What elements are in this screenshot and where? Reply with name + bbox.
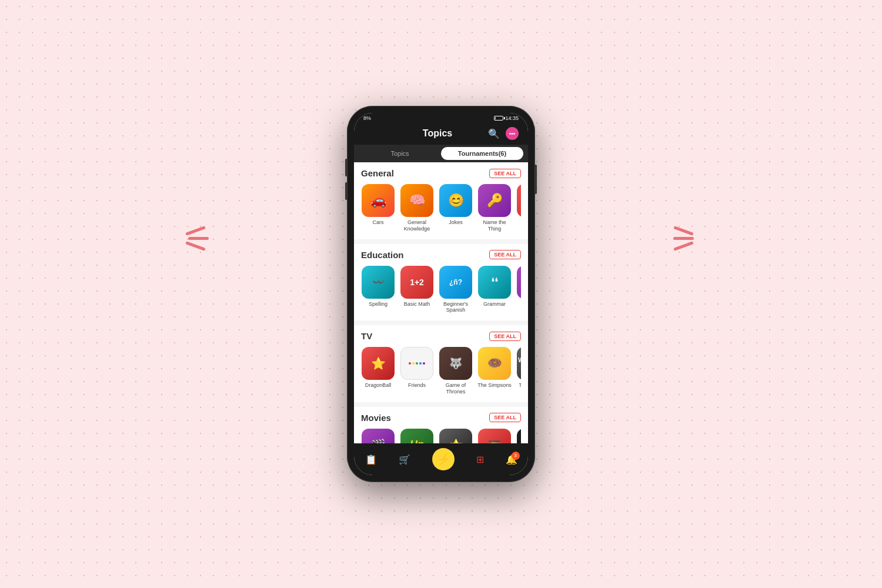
app-item-dragonball[interactable]: ⭐DragonBall xyxy=(361,347,395,395)
history-icon: 📋 xyxy=(365,454,377,465)
section-header-tv: TVSEE ALL xyxy=(361,331,521,341)
section-general: GeneralSEE ALL🚗Cars🧠General Knowledge😊Jo… xyxy=(354,162,528,239)
section-header-movies: MoviesSEE ALL xyxy=(361,413,521,423)
app-label-simpsons: The Simpsons xyxy=(477,382,512,389)
app-item-finish[interactable]: 🎬Finish the Movie Title xyxy=(361,429,395,443)
app-label-word: Word Scramble xyxy=(516,301,521,314)
play-icon: ⚡ xyxy=(437,453,450,466)
app-item-name-thing[interactable]: 🔑Name the Thing xyxy=(477,184,512,232)
app-item-spanish[interactable]: ¿ñ?Beginner's Spanish xyxy=(439,266,473,314)
nav-play-center[interactable]: ⚡ xyxy=(432,448,455,470)
app-item-friends[interactable]: Friends xyxy=(400,347,434,395)
section-movies: MoviesSEE ALL🎬Finish the Movie TitleHpHa… xyxy=(354,407,528,443)
tab-topics[interactable]: Topics xyxy=(359,147,441,160)
deco-line xyxy=(673,226,694,236)
app-item-grammar[interactable]: ❛❛Grammar xyxy=(477,266,512,314)
app-label-cars: Cars xyxy=(372,219,383,226)
header-icons: 🔍 ••• xyxy=(488,127,519,140)
alerts-badge: 3 xyxy=(512,452,520,460)
app-icon-name-thing: 🔑 xyxy=(478,184,511,217)
app-icon-grammar: ❛❛ xyxy=(478,266,511,299)
app-icon-knowledge: 🧠 xyxy=(400,184,433,217)
section-header-education: EducationSEE ALL xyxy=(361,250,521,260)
notification-dots: ••• xyxy=(509,131,516,137)
app-icon-got: 🐺 xyxy=(439,347,472,380)
app-item-word[interactable]: 🔤Word Scramble xyxy=(516,266,521,314)
section-education: EducationSEE ALL〰️Spelling1+2Basic Math¿… xyxy=(354,244,528,321)
content-area: GeneralSEE ALL🚗Cars🧠General Knowledge😊Jo… xyxy=(354,162,528,443)
see-all-general[interactable]: SEE ALL xyxy=(489,169,521,178)
see-all-education[interactable]: SEE ALL xyxy=(489,250,521,259)
section-title-movies: Movies xyxy=(361,413,391,423)
nav-shop[interactable]: 🛒 xyxy=(399,454,410,465)
app-icon-friends xyxy=(400,347,433,380)
deco-line xyxy=(188,237,209,240)
app-item-starwars[interactable]: STARWARSStar Wars xyxy=(516,429,521,443)
app-item-knowledge[interactable]: 🧠General Knowledge xyxy=(400,184,434,232)
app-icon-jokes: 😊 xyxy=(439,184,472,217)
phone-shell: 8% 14:35 Topics 🔍 ••• Topics xyxy=(347,106,535,482)
app-item-simpsons[interactable]: 🍩The Simpsons xyxy=(477,347,512,395)
app-label-walkingdead: The Walking Dead xyxy=(516,382,521,395)
see-all-tv[interactable]: SEE ALL xyxy=(489,332,521,341)
notification-icon[interactable]: ••• xyxy=(506,127,519,140)
vol-up-button xyxy=(345,159,347,176)
shop-icon: 🛒 xyxy=(399,454,410,465)
app-icon-moviestar: ⭐ xyxy=(439,429,472,443)
app-item-hp[interactable]: HpHarry Potter Movies xyxy=(400,429,434,443)
section-title-general: General xyxy=(361,168,394,178)
app-item-got[interactable]: 🐺Game of Thrones xyxy=(439,347,473,395)
grid-icon: ⊞ xyxy=(476,454,484,465)
nav-history[interactable]: 📋 xyxy=(365,454,377,465)
app-item-spelling[interactable]: 〰️Spelling xyxy=(361,266,395,314)
deco-line xyxy=(673,241,694,251)
page-title: Topics xyxy=(423,128,452,139)
app-label-jokes: Jokes xyxy=(449,219,463,226)
section-tv: TVSEE ALL⭐DragonBallFriends🐺Game of Thro… xyxy=(354,325,528,402)
nav-alerts[interactable]: 🔔 3 xyxy=(506,454,517,465)
app-icon-starwars: STARWARS xyxy=(517,429,521,443)
deco-right xyxy=(673,229,694,248)
app-icon-walkingdead: WALKINGDEAD xyxy=(517,347,521,380)
app-item-name-toy[interactable]: 🪆Name the To... xyxy=(516,184,521,232)
battery-fill xyxy=(495,117,496,119)
app-item-namemovie[interactable]: 🎞️Name the Movie xyxy=(477,429,512,443)
app-item-moviestar[interactable]: ⭐Name the Movie Star xyxy=(439,429,473,443)
time-display: 14:35 xyxy=(505,115,519,121)
app-icon-name-toy: 🪆 xyxy=(517,184,521,217)
friends-dots xyxy=(409,362,425,365)
vol-down-button xyxy=(345,182,347,200)
nav-grid[interactable]: ⊞ xyxy=(476,454,484,465)
apps-row-education: 〰️Spelling1+2Basic Math¿ñ?Beginner's Spa… xyxy=(361,266,521,314)
search-icon[interactable]: 🔍 xyxy=(488,128,500,139)
app-item-walkingdead[interactable]: WALKINGDEADThe Walking Dead xyxy=(516,347,521,395)
section-title-tv: TV xyxy=(361,331,372,341)
apps-row-movies: 🎬Finish the Movie TitleHpHarry Potter Mo… xyxy=(361,429,521,443)
time-area: 14:35 xyxy=(494,115,519,121)
deco-line xyxy=(673,237,694,240)
app-icon-namemovie: 🎞️ xyxy=(478,429,511,443)
app-label-name-thing: Name the Thing xyxy=(477,219,512,232)
apps-row-tv: ⭐DragonBallFriends🐺Game of Thrones🍩The S… xyxy=(361,347,521,395)
power-button xyxy=(535,165,537,194)
app-label-friends: Friends xyxy=(408,382,426,389)
tab-tournaments[interactable]: Tournaments(6) xyxy=(441,147,523,160)
app-icon-hp: Hp xyxy=(400,429,433,443)
app-icon-simpsons: 🍩 xyxy=(478,347,511,380)
app-label-spanish: Beginner's Spanish xyxy=(439,301,473,314)
app-label-grammar: Grammar xyxy=(483,301,506,308)
see-all-movies[interactable]: SEE ALL xyxy=(489,413,521,422)
app-label-math: Basic Math xyxy=(404,301,430,308)
app-item-jokes[interactable]: 😊Jokes xyxy=(439,184,473,232)
app-item-math[interactable]: 1+2Basic Math xyxy=(400,266,434,314)
deco-left xyxy=(188,229,209,248)
app-icon-math: 1+2 xyxy=(400,266,433,299)
app-item-cars[interactable]: 🚗Cars xyxy=(361,184,395,232)
app-icon-dragonball: ⭐ xyxy=(362,347,395,380)
app-label-got: Game of Thrones xyxy=(439,382,473,395)
apps-row-general: 🚗Cars🧠General Knowledge😊Jokes🔑Name the T… xyxy=(361,184,521,232)
section-header-general: GeneralSEE ALL xyxy=(361,168,521,178)
app-header: Topics 🔍 ••• xyxy=(354,122,528,145)
phone-screen: 8% 14:35 Topics 🔍 ••• Topics xyxy=(354,113,528,475)
notch-area xyxy=(415,115,450,121)
